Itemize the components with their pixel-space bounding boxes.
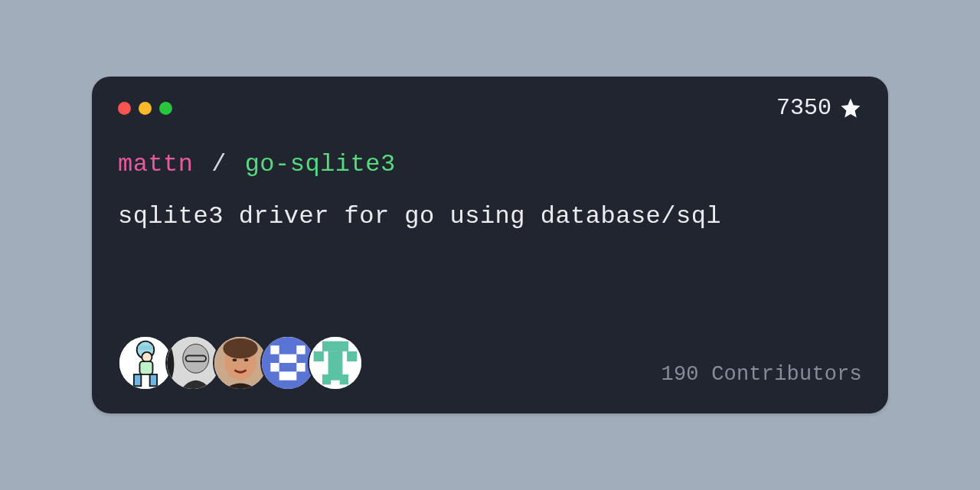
avatar[interactable]: [308, 335, 363, 390]
svg-rect-19: [279, 354, 288, 363]
star-count: 7350: [776, 95, 862, 121]
titlebar: 7350: [118, 98, 862, 118]
star-icon: [839, 96, 862, 119]
svg-rect-20: [288, 354, 296, 363]
svg-rect-31: [340, 374, 348, 384]
svg-rect-17: [270, 345, 279, 354]
svg-rect-2: [139, 345, 153, 350]
svg-rect-18: [296, 345, 305, 354]
svg-rect-5: [134, 374, 141, 386]
repo-name[interactable]: go-sqlite3: [245, 150, 396, 178]
svg-point-15: [244, 358, 249, 361]
stars-value: 7350: [776, 95, 831, 121]
svg-point-3: [142, 352, 152, 362]
repo-owner[interactable]: mattn: [118, 150, 194, 178]
contributors-label: 190 Contributors: [662, 363, 862, 390]
maximize-icon[interactable]: [159, 102, 172, 115]
svg-rect-6: [150, 374, 157, 386]
contributors-suffix: Contributors: [711, 363, 862, 386]
traffic-lights: [118, 102, 172, 115]
svg-rect-30: [322, 374, 331, 384]
svg-rect-24: [288, 371, 296, 380]
contributor-avatars: [118, 335, 363, 390]
svg-rect-28: [347, 351, 357, 361]
contributors-count: 190: [662, 363, 699, 386]
close-icon[interactable]: [118, 102, 131, 115]
svg-rect-21: [270, 363, 279, 371]
svg-point-14: [233, 358, 237, 361]
minimize-icon[interactable]: [139, 102, 152, 115]
svg-point-13: [223, 338, 257, 358]
svg-rect-26: [322, 341, 348, 351]
repo-card: 7350 mattn / go-sqlite3 sqlite3 driver f…: [92, 77, 888, 413]
repo-title: mattn / go-sqlite3: [118, 150, 862, 178]
card-footer: 190 Contributors: [118, 335, 862, 390]
repo-description: sqlite3 driver for go using database/sql: [118, 200, 862, 233]
svg-rect-23: [279, 371, 288, 380]
repo-separator: /: [211, 150, 227, 178]
svg-rect-4: [139, 361, 152, 374]
svg-rect-27: [314, 351, 324, 361]
svg-rect-22: [296, 363, 305, 371]
